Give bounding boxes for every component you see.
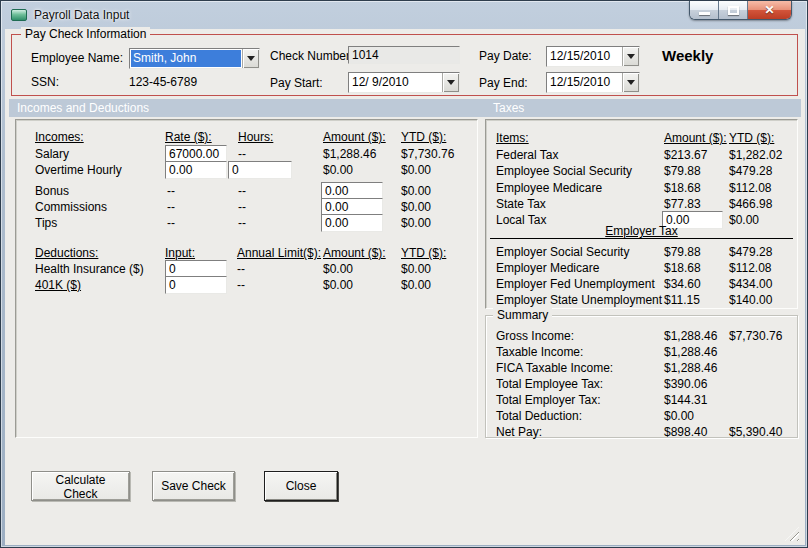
close-button[interactable]: ✕	[748, 1, 791, 20]
overtime-hours-input[interactable]	[228, 161, 292, 179]
rate-header: Rate ($):	[165, 130, 212, 144]
summary-row-net-pay: Net Pay: $898.40 $5,390.40	[486, 425, 797, 441]
tax-label: Employer Fed Unemployment	[496, 277, 655, 291]
deductions-header: Deductions:	[35, 246, 98, 260]
employer-tax-header: Employer Tax	[605, 224, 677, 238]
ytd-value: $0.00	[401, 184, 431, 198]
tax-label: State Tax	[496, 197, 546, 211]
income-label: Tips	[35, 216, 57, 230]
tax-row-employee-medicare: Employee Medicare $18.68 $112.08	[486, 181, 797, 197]
pay-end-picker[interactable]: 12/15/2010	[546, 72, 640, 93]
amount-value: $1,288.46	[664, 361, 717, 375]
amount-value: $77.83	[664, 197, 701, 211]
minimize-button[interactable]	[690, 1, 719, 20]
tax-row-state: State Tax $77.83 $466.98	[486, 197, 797, 213]
tax-row-federal: Federal Tax $213.67 $1,282.02	[486, 148, 797, 164]
rate-value: --	[167, 216, 175, 230]
tax-row-employer-state-unemployment: Employer State Unemployment $11.15 $140.…	[486, 293, 797, 309]
pay-date-value: 12/15/2010	[548, 48, 621, 65]
summary-label: Total Employer Tax:	[496, 393, 601, 407]
pay-date-picker[interactable]: 12/15/2010	[546, 46, 640, 67]
ytd-value: $434.00	[729, 277, 772, 291]
ytd-header: YTD ($):	[729, 131, 774, 145]
pay-start-dropdown-button[interactable]	[442, 73, 459, 92]
save-check-button[interactable]: Save Check	[152, 471, 235, 501]
annual-limit-value: --	[237, 278, 245, 292]
titlebar[interactable]: Payroll Data Input ✕	[1, 1, 807, 29]
pay-end-value: 12/15/2010	[548, 74, 621, 91]
amount-value: $18.68	[664, 181, 701, 195]
resize-grip[interactable]	[785, 527, 799, 541]
ytd-value: $7,730.76	[401, 147, 454, 161]
amount-value: $0.00	[323, 262, 353, 276]
employee-name-select[interactable]: Smith, John	[129, 48, 260, 69]
check-number-field[interactable]	[348, 46, 460, 64]
summary-row-total-deduction: Total Deduction: $0.00	[486, 409, 797, 425]
hours-header: Hours:	[238, 130, 273, 144]
summary-row-total-employer-tax: Total Employer Tax: $144.31	[486, 393, 797, 409]
amount-header: Amount ($):	[664, 131, 727, 145]
calculate-check-button[interactable]: Calculate Check	[31, 471, 130, 501]
ytd-value: $112.08	[729, 261, 772, 275]
ytd-value: $1,282.02	[729, 148, 782, 162]
ytd-value: $7,730.76	[729, 329, 782, 343]
chevron-down-icon	[247, 56, 255, 65]
ssn-label: SSN:	[31, 75, 59, 89]
employee-name-label: Employee Name:	[31, 51, 123, 65]
chevron-down-icon	[627, 54, 635, 63]
401k-input[interactable]	[165, 276, 227, 294]
amount-value: $0.00	[664, 409, 694, 423]
amount-value: $1,288.46	[664, 329, 717, 343]
summary-group-title: Summary	[493, 308, 552, 322]
tax-row-employer-medicare: Employer Medicare $18.68 $112.08	[486, 261, 797, 277]
pay-end-dropdown-button[interactable]	[622, 73, 639, 92]
tax-row-employee-social-security: Employee Social Security $79.88 $479.28	[486, 164, 797, 180]
ytd-value: $0.00	[401, 200, 431, 214]
amount-value: $898.40	[664, 425, 707, 439]
hours-value: --	[238, 147, 246, 161]
pay-start-value: 12/ 9/2010	[350, 74, 441, 91]
tax-label: Federal Tax	[496, 148, 558, 162]
taxes-header-row: Items: Amount ($): YTD ($):	[486, 131, 797, 147]
deductions-header-row: Deductions: Input: Annual Limit($): Amou…	[16, 246, 477, 262]
amount-value: $0.00	[323, 163, 353, 177]
ytd-header: YTD ($):	[401, 246, 446, 260]
deduction-row-health-insurance: Health Insurance ($) -- $0.00 $0.00	[16, 262, 477, 278]
tax-label: Employee Medicare	[496, 181, 602, 195]
incomes-deductions-section-title: Incomes and Deductions	[17, 99, 149, 117]
income-label: Salary	[35, 147, 69, 161]
close-icon: ✕	[748, 3, 791, 17]
summary-label: Total Employee Tax:	[496, 377, 603, 391]
ytd-value: $0.00	[401, 262, 431, 276]
overtime-rate-input[interactable]	[165, 161, 227, 179]
ytd-value: $479.28	[729, 245, 772, 259]
tax-label: Employer Medicare	[496, 261, 599, 275]
employee-name-dropdown-button[interactable]	[242, 49, 259, 68]
pay-date-dropdown-button[interactable]	[622, 47, 639, 66]
summary-row-total-employee-tax: Total Employee Tax: $390.06	[486, 377, 797, 393]
items-header: Items:	[496, 131, 529, 145]
summary-label: FICA Taxable Income:	[496, 361, 613, 375]
close-form-button[interactable]: Close	[264, 471, 338, 501]
chevron-down-icon	[447, 80, 455, 89]
ytd-value: $5,390.40	[729, 425, 782, 439]
employee-name-value: Smith, John	[131, 50, 241, 67]
tax-row-employer-fed-unemployment: Employer Fed Unemployment $34.60 $434.00	[486, 277, 797, 293]
pay-date-label: Pay Date:	[479, 49, 532, 63]
ytd-value: $466.98	[729, 197, 772, 211]
maximize-button[interactable]	[719, 1, 748, 20]
tax-label: Employer State Unemployment	[496, 293, 662, 307]
income-row-tips: Tips -- -- $0.00	[16, 216, 477, 232]
summary-label: Taxable Income:	[496, 345, 583, 359]
taxes-section-title: Taxes	[493, 99, 524, 117]
ytd-value: $140.00	[729, 293, 772, 307]
maximize-icon	[728, 6, 739, 15]
amount-value: $1,288.46	[323, 147, 376, 161]
tips-amount-input[interactable]	[321, 214, 383, 232]
annual-limit-value: --	[237, 262, 245, 276]
window-title: Payroll Data Input	[34, 8, 129, 22]
rate-value: --	[167, 200, 175, 214]
pay-start-picker[interactable]: 12/ 9/2010	[348, 72, 460, 93]
employer-tax-divider: Employer Tax	[490, 224, 793, 239]
income-label: Overtime Hourly	[35, 163, 122, 177]
